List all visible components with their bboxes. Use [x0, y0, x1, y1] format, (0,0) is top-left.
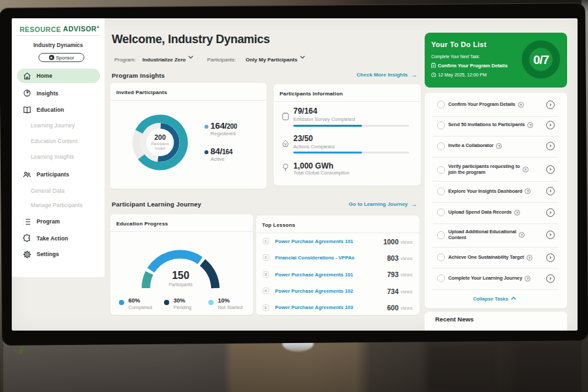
svg-text:200: 200 — [154, 133, 166, 141]
svg-text:Participants: Participants — [151, 142, 169, 146]
svg-text:Invited: Invited — [155, 146, 165, 150]
svg-text:0/7: 0/7 — [533, 53, 549, 67]
